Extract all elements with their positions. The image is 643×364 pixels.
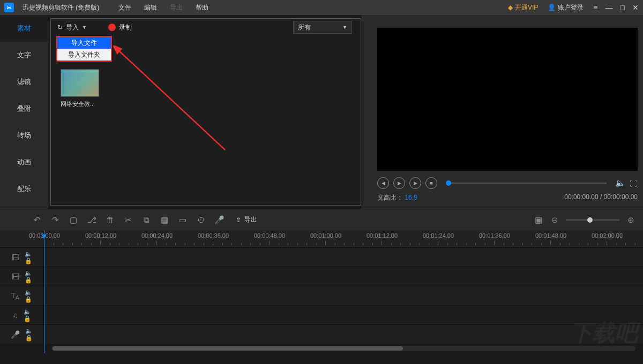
main-menu: 文件 编辑 导出 帮助 [118, 3, 208, 12]
diamond-icon: ◆ [508, 4, 513, 11]
track-text[interactable]: TA 🔈🔒 [0, 286, 643, 305]
track-pip[interactable]: 🎞 🔈🔒 [0, 267, 643, 286]
track-head-audio: ♫ 🔈🔒 [0, 306, 44, 324]
titlebar-left: ✂ 迅捷视频剪辑软件 (免费版) 文件 编辑 导出 帮助 [4, 3, 208, 12]
sidebar-tab-animation[interactable]: 动画 [0, 149, 48, 176]
time-mark: 00:01:24.00 [423, 232, 454, 239]
next-button[interactable]: ▶ [409, 177, 421, 189]
volume-icon[interactable]: 🔈 [615, 178, 625, 188]
zoom-out-icon[interactable]: ⊖ [550, 215, 559, 225]
record-icon [108, 24, 116, 31]
zoom-handle[interactable] [587, 217, 593, 223]
aspect-ratio: 宽高比： 16:9 [377, 193, 417, 202]
edit-tool-icon[interactable]: ▢ [69, 215, 78, 225]
scroll-track[interactable] [51, 346, 635, 351]
track-video[interactable]: 🎞 🔈🔒 [0, 247, 643, 267]
scroll-thumb[interactable] [53, 346, 403, 351]
export-icon: ⇪ [236, 216, 241, 224]
time-mark: 00:01:36.00 [479, 232, 510, 239]
speed-tool-icon[interactable]: ⏲ [196, 215, 206, 224]
track-controls[interactable]: 🔈🔒 [25, 289, 32, 303]
user-icon: 👤 [548, 4, 556, 11]
track-controls[interactable]: 🔈🔒 [24, 308, 31, 322]
media-thumbnail [61, 69, 99, 97]
delete-tool-icon[interactable]: 🗑 [105, 215, 115, 224]
zoom-slider[interactable] [566, 219, 619, 221]
import-folder-item[interactable]: 导入文件夹 [57, 49, 111, 60]
import-file-item[interactable]: 导入文件 [57, 37, 111, 49]
record-button[interactable]: 录制 [108, 23, 132, 32]
time-mark: 00:01:12.00 [367, 232, 398, 239]
sidebar-tab-transition[interactable]: 转场 [0, 122, 48, 149]
redo-icon[interactable]: ↷ [50, 215, 60, 225]
time-mark: 00:00:12.00 [85, 232, 116, 239]
close-icon[interactable]: ✕ [632, 3, 639, 12]
import-label: 导入 [66, 23, 79, 32]
mosaic-tool-icon[interactable]: ▦ [160, 215, 169, 225]
sidebar: 素材 文字 滤镜 叠附 转场 动画 配乐 [0, 15, 48, 209]
zoom-in-icon[interactable]: ⊕ [626, 215, 635, 225]
import-icon: ↻ [57, 24, 63, 31]
login-button[interactable]: 👤 账户登录 [548, 3, 584, 12]
time-mark: 00:00:36.00 [198, 232, 229, 239]
play-controls: ◀ ▶ ▶ ■ 🔈 ⛶ [377, 175, 638, 191]
copy-tool-icon[interactable]: ⧉ [141, 215, 151, 225]
main-area: 素材 文字 滤镜 叠附 转场 动画 配乐 ↻ 导入 ▼ 录制 所有 ▼ 导入文件 [0, 15, 643, 209]
vip-button[interactable]: ◆ 开通VIP [508, 3, 538, 12]
sidebar-tab-overlay[interactable]: 叠附 [0, 95, 48, 122]
track-controls[interactable]: 🔈🔒 [25, 251, 32, 264]
timeline-scrollbar[interactable] [0, 344, 643, 353]
time-mark: 00:01:00.00 [310, 232, 341, 239]
split-tool-icon[interactable]: ⎇ [87, 215, 96, 225]
minimize-icon[interactable]: ― [605, 3, 613, 12]
maximize-icon[interactable]: □ [620, 3, 625, 12]
filter-dropdown[interactable]: 所有 ▼ [293, 21, 352, 34]
sidebar-tab-text[interactable]: 文字 [0, 42, 48, 69]
sidebar-tab-music[interactable]: 配乐 [0, 176, 48, 202]
preview-info: 宽高比： 16:9 00:00:00.00 / 00:00:00.00 [377, 191, 638, 204]
time-ruler[interactable]: 00:00:00.0000:00:12.0000:00:24.0000:00:3… [0, 230, 643, 247]
mic-tool-icon[interactable]: 🎤 [214, 215, 224, 225]
play-button[interactable]: ▶ [393, 177, 405, 189]
sidebar-tab-filter[interactable]: 滤镜 [0, 69, 48, 95]
time-mark: 00:02:00.00 [592, 232, 623, 239]
pip-track-icon: 🎞 [12, 272, 19, 281]
menu-export: 导出 [170, 3, 183, 12]
track-controls[interactable]: 🔈🔒 [25, 270, 32, 284]
import-button[interactable]: ↻ 导入 ▼ [57, 23, 87, 32]
undo-icon[interactable]: ↶ [32, 215, 42, 225]
filter-label: 所有 [298, 23, 311, 32]
media-grid: 网络安全教... [51, 63, 361, 115]
media-item[interactable]: 网络安全教... [61, 69, 108, 108]
menu-edit[interactable]: 编辑 [144, 3, 157, 12]
seek-bar[interactable] [446, 183, 607, 184]
timeline-toolbar-right: ▣ ⊖ ⊕ [534, 215, 635, 225]
aspect-value: 16:9 [405, 194, 417, 201]
track-head-pip: 🎞 🔈🔒 [0, 267, 44, 286]
playhead[interactable] [44, 230, 44, 353]
window-controls: ≡ ― □ ✕ [593, 3, 639, 12]
track-audio[interactable]: ♫ 🔈🔒 [0, 305, 643, 324]
track-controls[interactable]: 🔈🔒 [25, 328, 33, 342]
prev-button[interactable]: ◀ [377, 177, 389, 189]
seek-handle[interactable] [446, 180, 451, 186]
stop-button[interactable]: ■ [425, 177, 437, 189]
hamburger-icon[interactable]: ≡ [593, 3, 597, 12]
fullscreen-icon[interactable]: ⛶ [630, 179, 638, 188]
menu-file[interactable]: 文件 [118, 3, 131, 12]
timeline-toolbar: ↶ ↷ ▢ ⎇ 🗑 ✂ ⧉ ▦ ▭ ⏲ 🎤 ⇪ 导出 ▣ ⊖ ⊕ [0, 209, 643, 230]
track-voice[interactable]: 🎤 🔈🔒 [0, 324, 643, 344]
titlebar-right: ◆ 开通VIP 👤 账户登录 ≡ ― □ ✕ [508, 3, 639, 12]
fit-icon[interactable]: ▣ [534, 215, 543, 225]
frame-tool-icon[interactable]: ▭ [178, 215, 188, 225]
tracks: 🎞 🔈🔒 🎞 🔈🔒 TA 🔈🔒 ♫ 🔈🔒 🎤 [0, 247, 643, 344]
sidebar-tab-material[interactable]: 素材 [0, 15, 48, 42]
crop-tool-icon[interactable]: ✂ [123, 215, 133, 225]
import-dropdown-menu: 导入文件 导入文件夹 [56, 36, 112, 62]
preview-video[interactable] [377, 28, 638, 171]
export-label: 导出 [244, 215, 257, 224]
menu-help[interactable]: 帮助 [196, 3, 208, 12]
media-panel: ↻ 导入 ▼ 录制 所有 ▼ 导入文件 导入文件夹 [50, 18, 361, 206]
preview-panel: ◀ ▶ ▶ ■ 🔈 ⛶ 宽高比： 16:9 00:00:00.00 / 00:0… [361, 15, 643, 209]
export-button[interactable]: ⇪ 导出 [236, 215, 257, 224]
